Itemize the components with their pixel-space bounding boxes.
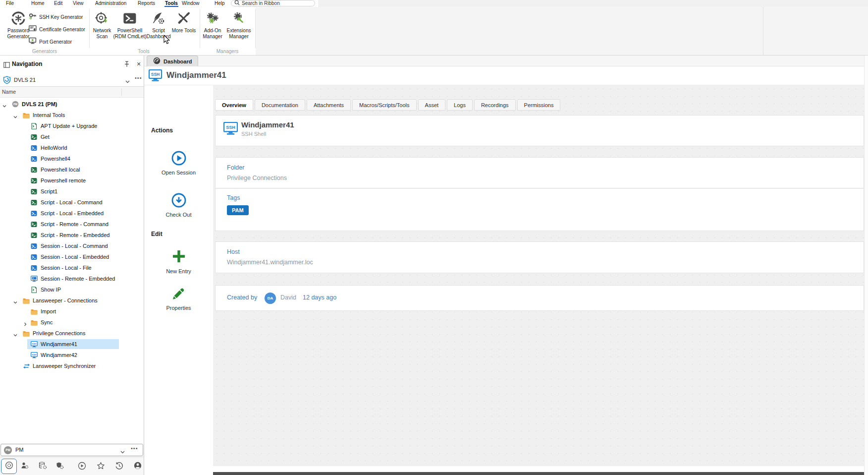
navigation-tree: PMDVLS 21 (PM)Internal ToolsAPT Update +… bbox=[0, 99, 144, 371]
svg-text:SSH: SSH bbox=[226, 125, 235, 130]
tree-item-dvls-21-pm[interactable]: PMDVLS 21 (PM) bbox=[0, 99, 144, 110]
tree-item-session-local-embedded[interactable]: Session - Local - Embedded bbox=[0, 251, 144, 262]
password-generator-button[interactable]: PasswordGenerator bbox=[4, 10, 32, 40]
addon-manager-button[interactable]: Add-OnManager bbox=[200, 10, 225, 40]
chevron-down-icon[interactable] bbox=[125, 77, 130, 86]
tree-item-internal-tools[interactable]: Internal Tools bbox=[0, 110, 144, 120]
footer-star-button[interactable] bbox=[94, 460, 108, 473]
chevron-down-icon[interactable] bbox=[13, 113, 18, 118]
properties-button[interactable]: Properties bbox=[144, 287, 213, 311]
tree-item-label: APT Update + Upgrade bbox=[41, 120, 97, 131]
tree-item-script1[interactable]: Script1 bbox=[0, 186, 144, 197]
powershell-green-icon bbox=[31, 199, 38, 206]
tree-item-apt-update-upgrade[interactable]: APT Update + Upgrade bbox=[0, 120, 144, 131]
column-divider bbox=[121, 88, 122, 96]
tree-item-show-ip[interactable]: Show IP bbox=[0, 284, 144, 295]
vault-more-options-button[interactable]: ••• bbox=[135, 75, 142, 81]
chevron-down-icon[interactable] bbox=[2, 102, 7, 107]
search-in-ribbon-input[interactable]: Search in Ribbon bbox=[231, 0, 315, 6]
tree-item-session-local-command[interactable]: Session - Local - Command bbox=[0, 240, 144, 251]
vertical-scrollbar[interactable] bbox=[864, 56, 868, 475]
footer-database-gear-button[interactable] bbox=[36, 460, 50, 473]
chevron-down-icon[interactable] bbox=[13, 298, 18, 303]
tab-recordings[interactable]: Recordings bbox=[474, 99, 516, 111]
chevron-right-icon[interactable] bbox=[23, 320, 28, 325]
vault-selector[interactable]: DVLS 21 ••• bbox=[0, 73, 144, 87]
tree-item-script-local-command[interactable]: Script - Local - Command bbox=[0, 197, 144, 208]
tag-badge-pam[interactable]: PAM bbox=[227, 205, 249, 215]
extensions-manager-button[interactable]: ExtensionsManager bbox=[224, 10, 253, 40]
certificate-generator-button[interactable]: Certificate Generator bbox=[29, 24, 85, 34]
menu-file[interactable]: File bbox=[6, 0, 14, 7]
footer-user-button[interactable] bbox=[131, 460, 145, 473]
tab-permissions[interactable]: Permissions bbox=[517, 99, 561, 111]
tree-item-privilege-connections[interactable]: Privilege Connections bbox=[0, 328, 144, 339]
tree-item-import[interactable]: Import bbox=[0, 306, 144, 317]
tab-dashboard[interactable]: Dashboard bbox=[147, 56, 198, 66]
script-dashboard-icon bbox=[145, 10, 172, 27]
tree-item-powershell-remote[interactable]: Powershell remote bbox=[0, 175, 144, 186]
powershell-rdm-cmdlet-button[interactable]: PowerShell(RDM CmdLet) bbox=[113, 10, 147, 40]
tree-item-session-remote-embedded[interactable]: Session - Remote - Embedded bbox=[0, 273, 144, 284]
tree-item-label: Sync bbox=[41, 317, 53, 328]
close-icon[interactable]: ✕ bbox=[135, 60, 143, 68]
menu-tools[interactable]: Tools bbox=[165, 0, 178, 7]
folder-value: Privilege Connections bbox=[227, 175, 287, 181]
tree-item-sync[interactable]: Sync bbox=[0, 317, 144, 328]
tree-item-script-remote-embedded[interactable]: Script - Remote - Embedded bbox=[0, 230, 144, 240]
menu-window[interactable]: Window bbox=[182, 0, 200, 7]
extensions-manager-icon bbox=[224, 10, 253, 27]
ribbon-empty-area bbox=[256, 7, 868, 55]
powershell-green-remote-icon bbox=[31, 133, 38, 140]
menu-edit[interactable]: Edit bbox=[54, 0, 62, 7]
footer-history-button[interactable] bbox=[112, 460, 126, 473]
open-session-button[interactable]: Open Session bbox=[144, 150, 213, 176]
more-tools-icon bbox=[171, 10, 197, 27]
pin-icon[interactable] bbox=[124, 60, 132, 68]
port-generator-button[interactable]: Port Generator bbox=[29, 37, 72, 47]
tree-item-session-local-file[interactable]: Session - Local - File bbox=[0, 262, 144, 273]
document-tab-strip: Dashboard bbox=[144, 56, 868, 66]
tree-item-lansweeper-connections[interactable]: Lansweeper - Connections bbox=[0, 295, 144, 306]
footer-play-circle-button[interactable] bbox=[75, 460, 89, 473]
chevron-down-icon[interactable] bbox=[13, 331, 18, 336]
vault-footer-selector[interactable]: PM PM ••• bbox=[0, 444, 143, 456]
tree-item-lansweeper-synchronizer[interactable]: Lansweeper Synchronizer bbox=[0, 360, 144, 371]
network-scan-button[interactable]: NetworkScan bbox=[89, 10, 115, 40]
tree-item-script-remote-command[interactable]: Script - Remote - Command bbox=[0, 219, 144, 230]
footer-more-options-button[interactable]: ••• bbox=[131, 445, 138, 451]
tab-overview[interactable]: Overview bbox=[215, 99, 253, 111]
menu-help[interactable]: Help bbox=[215, 0, 225, 7]
tree-item-script-local-embedded[interactable]: Script - Local - Embedded bbox=[0, 208, 144, 219]
footer-user-gear-button[interactable] bbox=[18, 460, 32, 473]
tab-attachments[interactable]: Attachments bbox=[307, 99, 351, 111]
tree-item-powershell-local[interactable]: Powershell local bbox=[0, 164, 144, 175]
menu-reports[interactable]: Reports bbox=[138, 0, 155, 7]
more-tools-button[interactable]: More Tools bbox=[171, 10, 197, 34]
tab-macros-scripts-tools[interactable]: Macros/Scripts/Tools bbox=[352, 99, 416, 111]
tab-asset[interactable]: Asset bbox=[418, 99, 446, 111]
new-entry-button[interactable]: New Entry bbox=[144, 248, 213, 274]
tree-item-helloworld[interactable]: HelloWorld bbox=[0, 142, 144, 153]
folder-section: Folder Privilege Connections bbox=[215, 157, 864, 188]
chevron-down-icon[interactable] bbox=[120, 448, 125, 457]
menu-view[interactable]: View bbox=[73, 0, 84, 7]
tab-documentation[interactable]: Documentation bbox=[255, 99, 305, 111]
tree-item-windjammer41[interactable]: SSHWindjammer41 bbox=[0, 339, 144, 350]
tree-item-label: Windjammer41 bbox=[41, 339, 77, 350]
host-value: Windjammer41.windjammer.loc bbox=[227, 259, 313, 266]
footer-session-gear-button[interactable] bbox=[1, 459, 17, 474]
check-out-button[interactable]: Check Out bbox=[144, 192, 213, 218]
footer-shield-gear-button[interactable] bbox=[53, 460, 67, 473]
tree-item-get[interactable]: Get bbox=[0, 131, 144, 142]
menu-home[interactable]: Home bbox=[31, 0, 45, 7]
tree-item-windjammer42[interactable]: SSHWindjammer42 bbox=[0, 350, 144, 360]
tree-item-powershell4[interactable]: Powershell4 bbox=[0, 153, 144, 164]
powershell-green-icon bbox=[31, 166, 38, 173]
menu-administration[interactable]: Administration bbox=[95, 0, 126, 7]
dashboard-gauge-icon bbox=[153, 57, 161, 65]
ssh-key-generator-button[interactable]: SSH Key Generator bbox=[29, 12, 83, 22]
tree-column-header[interactable]: Name bbox=[0, 87, 144, 98]
tree-item-label: Privilege Connections bbox=[33, 328, 85, 339]
tab-logs[interactable]: Logs bbox=[447, 99, 473, 111]
